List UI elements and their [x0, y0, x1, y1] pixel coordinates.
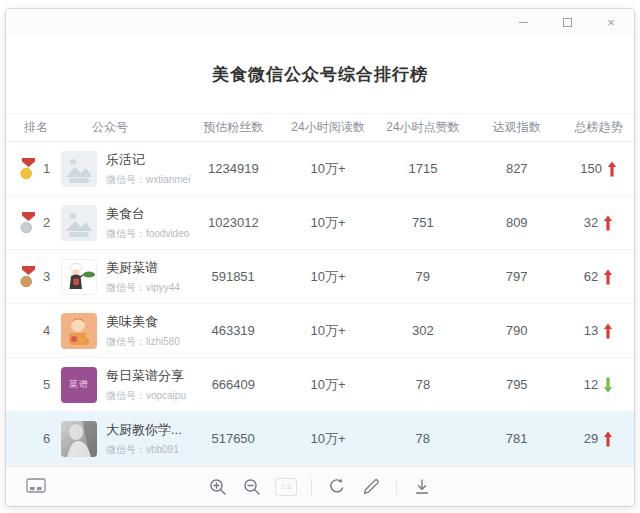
reads-count: 10万+ — [281, 214, 376, 232]
rotate-icon — [328, 478, 346, 496]
likes-count: 751 — [376, 215, 471, 230]
avatar-text: 菜谱 — [69, 378, 89, 391]
account-avatar-placeholder — [61, 205, 97, 241]
reads-count: 10万+ — [281, 376, 376, 394]
trend-cell: 62 — [563, 269, 634, 285]
minimize-button[interactable] — [512, 14, 534, 32]
account-avatar-placeholder — [61, 151, 97, 187]
trend-value: 62 — [584, 269, 598, 284]
trend-up-arrow-icon — [603, 215, 613, 231]
trend-up-arrow-icon — [603, 269, 613, 285]
account-name: 乐活记 — [106, 151, 190, 169]
wechat-id: 微信号：lizhi580 — [106, 335, 180, 349]
wechat-id: 微信号：vopcaipu — [106, 389, 186, 403]
fans-count: 591851 — [186, 269, 281, 284]
trend-cell: 150 — [563, 161, 634, 177]
zoom-in-button[interactable] — [206, 475, 230, 499]
account-avatar-cooking-cartoon — [61, 313, 97, 349]
fans-count: 517650 — [186, 431, 281, 446]
table-row[interactable]: 6 大厨教你学... 微信号：vbb091 517650 10万+ 78 781… — [6, 412, 634, 466]
account-avatar-chef-cartoon — [61, 259, 97, 295]
rank-number: 6 — [43, 431, 50, 446]
wechat-id: 微信号：wxtianmei — [106, 173, 190, 187]
thumbnail-panel-icon — [26, 478, 46, 495]
table-row[interactable]: 4 美味美食 微信号：lizhi580 463319 10万+ 302 790 … — [6, 304, 634, 358]
reads-count: 10万+ — [281, 268, 376, 286]
close-button[interactable]: × — [600, 14, 622, 32]
edit-button[interactable] — [359, 475, 383, 499]
zoom-out-button[interactable] — [240, 475, 264, 499]
toolbar-divider — [396, 479, 397, 495]
app-window: × 美食微信公众号综合排行榜 排名 公众号 预估粉丝数 24小时阅读数 24小时… — [5, 8, 635, 507]
thumbnail-panel-button[interactable] — [24, 475, 48, 499]
col-header-rank: 排名 — [6, 119, 61, 136]
rotate-button[interactable] — [325, 475, 349, 499]
title-bar: × — [6, 9, 634, 36]
index-value: 790 — [470, 323, 563, 338]
reads-count: 10万+ — [281, 322, 376, 340]
gold-medal-icon — [20, 157, 37, 180]
maximize-button[interactable] — [556, 14, 578, 32]
trend-up-arrow-icon — [603, 431, 613, 447]
index-value: 809 — [470, 215, 563, 230]
col-header-reads: 24小时阅读数 — [281, 119, 376, 136]
reads-count: 10万+ — [281, 160, 376, 178]
col-header-account: 公众号 — [61, 119, 186, 136]
minimize-icon — [519, 22, 528, 23]
wechat-id: 微信号：vipyy44 — [106, 281, 180, 295]
likes-count: 78 — [376, 377, 471, 392]
trend-cell: 29 — [563, 431, 634, 447]
table-header: 排名 公众号 预估粉丝数 24小时阅读数 24小时点赞数 达观指数 总榜趋势 — [6, 113, 634, 142]
index-value: 827 — [470, 161, 563, 176]
rank-number: 3 — [43, 269, 50, 284]
fans-count: 1234919 — [186, 161, 281, 176]
account-name: 美食台 — [106, 205, 189, 223]
account-name: 大厨教你学... — [106, 421, 182, 439]
col-header-likes: 24小时点赞数 — [375, 119, 470, 136]
reads-count: 10万+ — [281, 430, 376, 448]
trend-up-arrow-icon — [607, 161, 617, 177]
table-row[interactable]: 1 乐活记 微信号：wxtianmei 1234919 10万+ 1715 82… — [6, 142, 634, 196]
account-name: 美厨菜谱 — [106, 259, 180, 277]
fans-count: 463319 — [186, 323, 281, 338]
likes-count: 302 — [375, 323, 470, 338]
index-value: 797 — [470, 269, 563, 284]
table-row[interactable]: 3 美厨菜谱 微信号：vipyy44 591851 10万+ 79 797 62 — [6, 250, 634, 304]
likes-count: 78 — [375, 431, 470, 446]
trend-value: 29 — [584, 431, 598, 446]
zoom-out-icon — [243, 478, 261, 496]
rank-number: 2 — [43, 215, 50, 230]
table-row[interactable]: 2 美食台 微信号：foodvideo 1023012 10万+ 751 809… — [6, 196, 634, 250]
rank-number: 4 — [43, 323, 50, 338]
trend-cell: 13 — [563, 323, 634, 339]
trend-value: 150 — [580, 161, 602, 176]
trend-cell: 32 — [563, 215, 634, 231]
download-button[interactable] — [410, 475, 434, 499]
index-value: 795 — [470, 377, 563, 392]
trend-up-arrow-icon — [603, 323, 613, 339]
original-size-icon: 1:1 — [275, 478, 297, 496]
trend-cell: 12 — [563, 377, 634, 393]
title-area: 美食微信公众号综合排行榜 — [6, 36, 634, 113]
table-row[interactable]: 5 菜谱 每日菜谱分享 微信号：vopcaipu 666409 10万+ 78 … — [6, 358, 634, 412]
col-header-index: 达观指数 — [470, 119, 563, 136]
close-icon: × — [607, 16, 615, 29]
maximize-icon — [563, 18, 572, 27]
index-value: 781 — [470, 431, 563, 446]
col-header-trend: 总榜趋势 — [563, 119, 634, 136]
pencil-icon — [362, 478, 380, 496]
trend-down-arrow-icon — [603, 377, 613, 393]
account-avatar-logo: 菜谱 — [61, 367, 97, 403]
account-name: 美味美食 — [106, 313, 180, 331]
rank-number: 5 — [43, 377, 50, 392]
wechat-id: 微信号：vbb091 — [106, 443, 182, 457]
trend-value: 13 — [584, 323, 598, 338]
account-name: 每日菜谱分享 — [106, 367, 186, 385]
trend-value: 12 — [584, 377, 598, 392]
toolbar-divider — [311, 479, 312, 495]
original-size-button[interactable]: 1:1 — [274, 475, 298, 499]
col-header-fans: 预估粉丝数 — [186, 119, 281, 136]
trend-value: 32 — [584, 215, 598, 230]
fans-count: 1023012 — [186, 215, 281, 230]
account-avatar-photo — [61, 421, 97, 457]
